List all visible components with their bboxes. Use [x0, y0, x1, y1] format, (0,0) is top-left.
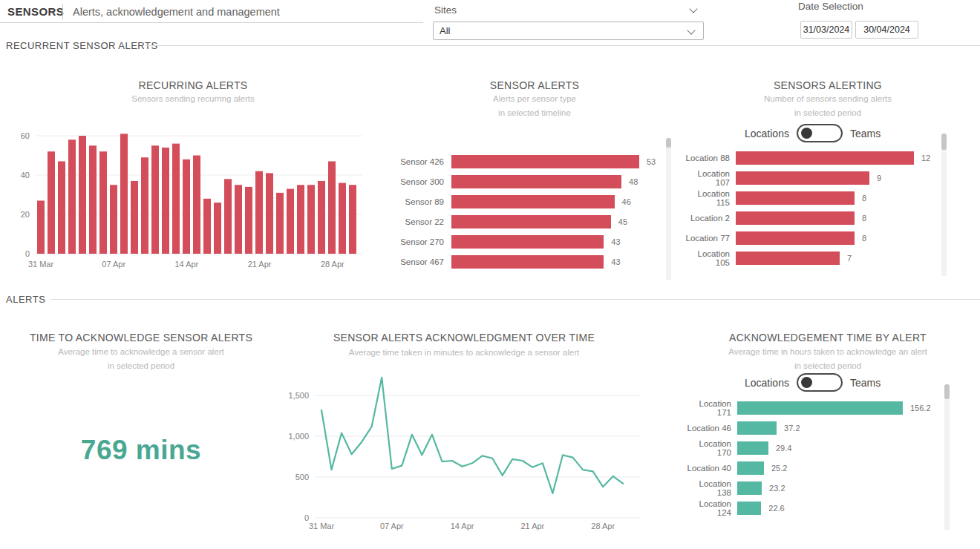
bar[interactable]: [183, 160, 190, 254]
bar[interactable]: [37, 200, 45, 254]
bar[interactable]: [120, 134, 128, 254]
toggle-right-label[interactable]: Teams: [850, 377, 881, 389]
bar[interactable]: [58, 161, 65, 254]
bar[interactable]: [266, 173, 273, 254]
bar[interactable]: [99, 151, 107, 254]
bar-row: Location 13823.2: [683, 478, 931, 498]
x-axis-label: 21 Apr: [248, 260, 272, 269]
bar[interactable]: [131, 181, 138, 254]
bar[interactable]: [224, 179, 232, 254]
header-underline: [0, 22, 423, 23]
bar[interactable]: [737, 502, 761, 515]
value-label: 37.2: [784, 424, 800, 433]
kpi-value: 769 mins: [7, 435, 275, 466]
bar[interactable]: [151, 145, 159, 254]
bar-row: Sensor 2245: [393, 211, 656, 231]
bar[interactable]: [172, 144, 180, 254]
bar[interactable]: [737, 401, 903, 415]
bar[interactable]: [255, 171, 263, 254]
toggle-left-label[interactable]: Locations: [745, 128, 789, 139]
bar[interactable]: [68, 139, 76, 254]
chart-subtitle: Alerts per sensor type: [393, 94, 676, 103]
bar[interactable]: [276, 193, 284, 254]
chart-title: TIME TO ACKNOWLEDGE SENSOR ALERTS: [7, 332, 275, 343]
y-axis-label: 500: [295, 473, 309, 481]
dashboard: SENSORS Alerts, acknowledgement and mana…: [0, 0, 980, 549]
category-label: Location 171: [683, 399, 737, 417]
category-label: Location 170: [683, 439, 737, 457]
bar-row: Location 1079: [683, 168, 930, 188]
bar-row: Location 1158: [683, 188, 930, 208]
bar[interactable]: [245, 187, 252, 254]
bar[interactable]: [736, 211, 855, 225]
bar[interactable]: [214, 203, 221, 254]
bar[interactable]: [736, 171, 869, 185]
scrollbar-thumb[interactable]: [941, 134, 947, 150]
card-sensors-alerting: SENSORS ALERTING Number of sensors sendi…: [683, 74, 973, 286]
date-from-input[interactable]: 31/03/2024: [800, 21, 852, 39]
bar[interactable]: [203, 199, 211, 254]
bar[interactable]: [737, 421, 777, 435]
bar[interactable]: [736, 191, 855, 205]
bar[interactable]: [89, 145, 97, 254]
bar[interactable]: [297, 185, 304, 254]
bar[interactable]: [736, 252, 840, 265]
bar[interactable]: [451, 155, 639, 168]
bar[interactable]: [339, 183, 346, 254]
line-series[interactable]: [321, 378, 623, 493]
y-axis-label: 0: [25, 249, 30, 258]
bar[interactable]: [48, 151, 55, 254]
x-axis-label: 14 Apr: [451, 522, 474, 530]
category-label: Sensor 89: [393, 197, 451, 206]
bar[interactable]: [193, 156, 200, 254]
bar[interactable]: [451, 255, 604, 269]
bar[interactable]: [307, 185, 315, 254]
bar[interactable]: [737, 481, 762, 495]
bar[interactable]: [451, 235, 604, 249]
bar[interactable]: [162, 148, 169, 254]
sites-dropdown[interactable]: All: [433, 22, 704, 40]
bar[interactable]: [79, 136, 86, 254]
toggle-right-label[interactable]: Teams: [850, 128, 881, 139]
bar[interactable]: [235, 185, 242, 254]
bar[interactable]: [318, 181, 325, 254]
bar[interactable]: [736, 231, 855, 245]
scrollbar[interactable]: [944, 384, 950, 530]
bar-row: Location 12422.6: [683, 498, 931, 518]
scrollbar[interactable]: [941, 134, 947, 276]
value-label: 156.2: [910, 404, 931, 412]
bar[interactable]: [451, 195, 615, 208]
section-rule: [146, 45, 980, 46]
chart-title: SENSOR ALERTS ACKNOWLEDGMENT OVER TIME: [282, 332, 646, 343]
scrollbar[interactable]: [666, 138, 671, 280]
section-rule: [50, 299, 980, 300]
scrollbar-thumb[interactable]: [944, 384, 950, 399]
toggle-left-label[interactable]: Locations: [745, 377, 789, 389]
bar[interactable]: [451, 215, 611, 229]
bar[interactable]: [451, 175, 621, 188]
bar[interactable]: [737, 461, 764, 475]
x-axis-label: 28 Apr: [321, 260, 344, 269]
recurring-alerts-chart: 020406031 Mar07 Apr14 Apr21 Apr28 Apr: [7, 123, 379, 279]
locations-teams-toggle[interactable]: [797, 124, 843, 142]
value-label: 8: [862, 234, 866, 243]
chevron-down-icon[interactable]: [689, 4, 697, 13]
chevron-down-icon: [687, 26, 695, 34]
bar[interactable]: [328, 161, 336, 254]
bar[interactable]: [110, 185, 117, 254]
bar[interactable]: [287, 189, 294, 254]
category-label: Sensor 270: [393, 237, 451, 246]
bar[interactable]: [736, 151, 914, 165]
chart-subtitle: in selected period: [683, 361, 973, 370]
locations-teams-toggle[interactable]: [797, 373, 843, 392]
sites-dropdown-value: All: [440, 25, 450, 36]
category-label: Location 2: [683, 214, 736, 223]
bar-row: Location 17029.4: [683, 438, 931, 458]
bar[interactable]: [737, 441, 768, 455]
bar[interactable]: [141, 157, 148, 254]
sensors-alerting-chart: Location 8812Location 1079Location 1158L…: [683, 148, 930, 268]
bar[interactable]: [349, 185, 356, 254]
scrollbar-thumb[interactable]: [666, 138, 671, 148]
date-to-input[interactable]: 30/04/2024: [855, 21, 918, 39]
y-axis-label: 60: [21, 131, 30, 140]
